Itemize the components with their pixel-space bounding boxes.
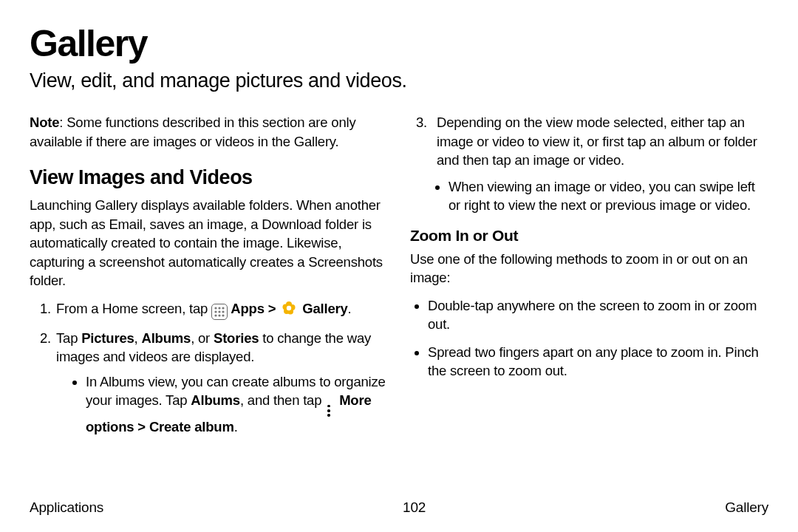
svg-point-0 (214, 307, 216, 309)
zoom-paragraph: Use one of the following methods to zoom… (410, 250, 768, 287)
step2-stories: Stories (214, 330, 259, 346)
svg-point-8 (222, 314, 224, 316)
svg-point-3 (214, 310, 216, 313)
step3-sub-item: When viewing an image or video, you can … (449, 177, 768, 215)
svg-point-7 (218, 314, 220, 316)
step2-sub-item: In Albums view, you can create albums to… (86, 372, 388, 437)
gallery-label: Gallery (299, 301, 347, 316)
apps-icon (211, 304, 228, 320)
svg-point-6 (214, 314, 216, 316)
page-subtitle: View, edit, and manage pictures and vide… (30, 69, 768, 92)
step-3-text: Depending on the view mode selected, eit… (437, 115, 757, 168)
step-1: From a Home screen, tap Apps > Gallery. (55, 299, 388, 320)
zoom-bullets: Double-tap anywhere on the screen to zoo… (410, 296, 768, 381)
apps-label: Apps (228, 301, 265, 316)
step2-pre: Tap (56, 330, 81, 346)
note-text: : Some functions described in this secti… (30, 115, 355, 149)
step2-sub-albums: Albums (191, 392, 240, 408)
svg-point-1 (218, 307, 220, 309)
zoom-bullet-1: Double-tap anywhere on the screen to zoo… (428, 296, 768, 334)
svg-point-2 (222, 307, 224, 309)
view-images-paragraph: Launching Gallery displays available fol… (30, 196, 388, 290)
zoom-heading: Zoom In or Out (410, 225, 768, 247)
footer-left: Applications (30, 499, 103, 516)
note-paragraph: Note: Some functions described in this s… (30, 113, 388, 151)
footer-right: Gallery (725, 499, 768, 516)
step-3: 3. Depending on the view mode selected, … (416, 113, 768, 170)
note-label: Note (30, 115, 59, 130)
footer-page-number: 102 (403, 499, 426, 516)
step2-sub-m1: , and then tap (240, 392, 325, 408)
gallery-icon (281, 300, 297, 316)
step2-sub-list: In Albums view, you can create albums to… (56, 372, 388, 437)
step2-m1: , (134, 330, 142, 346)
step-2: Tap Pictures, Albums, or Stories to chan… (55, 329, 388, 437)
two-column-body: Note: Some functions described in this s… (30, 113, 768, 445)
manual-page: Gallery View, edit, and manage pictures … (0, 0, 798, 532)
svg-point-14 (287, 306, 291, 310)
steps-continued: 3. Depending on the view mode selected, … (410, 113, 768, 170)
step-3-number: 3. (416, 113, 427, 132)
more-options-icon (325, 404, 332, 417)
left-column: Note: Some functions described in this s… (30, 113, 388, 445)
step2-albums: Albums (141, 330, 191, 346)
right-column: 3. Depending on the view mode selected, … (410, 113, 768, 445)
step2-pictures: Pictures (81, 330, 134, 346)
page-title: Gallery (30, 22, 768, 65)
svg-point-4 (218, 310, 220, 313)
steps-list: From a Home screen, tap Apps > Gallery. … (30, 299, 388, 437)
step-1-pre: From a Home screen, tap (56, 301, 211, 316)
zoom-bullet-2: Spread two fingers apart on any place to… (428, 343, 768, 381)
step1-post: . (348, 301, 352, 316)
page-footer: Applications 102 Gallery (30, 499, 768, 516)
step1-separator: > (265, 301, 279, 316)
svg-point-5 (222, 310, 224, 313)
step3-sub-list: When viewing an image or video, you can … (410, 177, 768, 215)
view-images-heading: View Images and Videos (30, 164, 388, 191)
step2-sub-post: . (234, 419, 238, 434)
step2-m2: , or (191, 330, 214, 346)
